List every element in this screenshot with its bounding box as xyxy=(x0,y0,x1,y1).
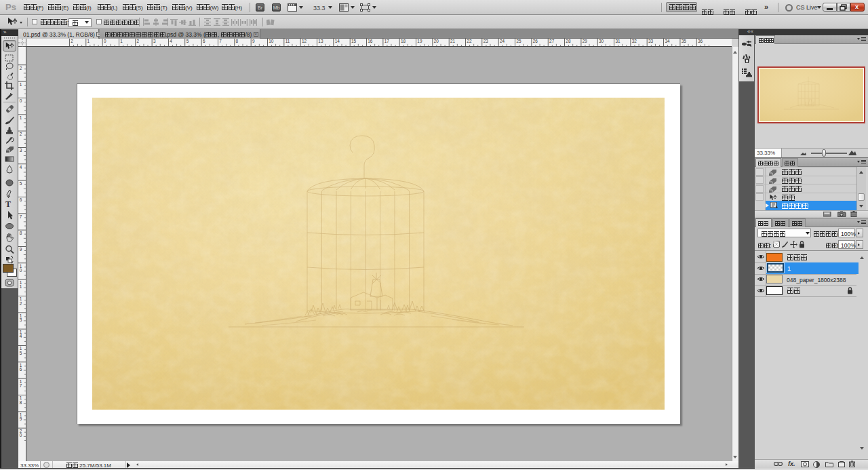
svg-text:27: 27 xyxy=(549,39,555,43)
svg-text:8: 8 xyxy=(236,39,239,43)
svg-text:29: 29 xyxy=(583,39,588,43)
svg-text:6: 6 xyxy=(20,367,22,372)
svg-text:6: 6 xyxy=(20,197,22,202)
svg-text:33: 33 xyxy=(648,39,654,43)
svg-text:36: 36 xyxy=(698,39,703,43)
svg-text:1: 1 xyxy=(87,39,90,43)
svg-text:2: 2 xyxy=(20,132,22,136)
svg-text:24: 24 xyxy=(500,39,505,43)
svg-text:35: 35 xyxy=(682,39,687,43)
svg-text:6: 6 xyxy=(203,39,205,43)
svg-text:14: 14 xyxy=(335,39,340,43)
svg-text:10: 10 xyxy=(269,39,274,43)
svg-text:28: 28 xyxy=(566,39,571,43)
svg-text:15: 15 xyxy=(351,39,357,43)
svg-text:2: 2 xyxy=(20,301,22,306)
svg-text:9: 9 xyxy=(20,247,22,252)
svg-text:3: 3 xyxy=(20,148,22,153)
svg-text:3: 3 xyxy=(153,39,156,43)
svg-text:9: 9 xyxy=(20,416,22,421)
svg-text:0: 0 xyxy=(20,98,22,103)
svg-text:19: 19 xyxy=(417,39,422,43)
svg-text:23: 23 xyxy=(484,39,489,43)
svg-text:2: 2 xyxy=(20,66,22,71)
svg-text:4: 4 xyxy=(20,165,22,170)
svg-text:1: 1 xyxy=(120,39,123,43)
svg-text:8: 8 xyxy=(20,231,22,235)
svg-text:4: 4 xyxy=(170,39,172,43)
svg-text:2: 2 xyxy=(71,39,73,43)
svg-text:30: 30 xyxy=(599,39,604,43)
svg-text:1: 1 xyxy=(20,115,22,120)
svg-text:1: 1 xyxy=(20,284,22,289)
svg-text:1: 1 xyxy=(20,82,22,87)
svg-text:7: 7 xyxy=(20,383,22,388)
svg-text:0: 0 xyxy=(20,433,22,437)
svg-text:25: 25 xyxy=(516,39,521,43)
svg-text:0: 0 xyxy=(20,268,22,273)
svg-text:13: 13 xyxy=(318,39,323,43)
svg-text:16: 16 xyxy=(368,39,373,43)
svg-text:8: 8 xyxy=(20,400,22,405)
svg-text:20: 20 xyxy=(434,39,439,43)
svg-text:31: 31 xyxy=(615,39,620,43)
svg-text:9: 9 xyxy=(252,39,255,43)
svg-text:7: 7 xyxy=(219,39,222,43)
svg-text:21: 21 xyxy=(450,39,456,43)
svg-text:4: 4 xyxy=(20,334,22,338)
svg-text:32: 32 xyxy=(632,39,637,43)
svg-text:7: 7 xyxy=(20,214,22,219)
svg-text:12: 12 xyxy=(302,39,307,43)
svg-text:17: 17 xyxy=(384,39,390,43)
svg-text:18: 18 xyxy=(401,39,406,43)
svg-text:5: 5 xyxy=(20,181,22,186)
svg-text:0: 0 xyxy=(104,39,106,43)
svg-text:34: 34 xyxy=(665,39,670,43)
svg-text:26: 26 xyxy=(533,39,538,43)
svg-text:5: 5 xyxy=(20,351,22,355)
svg-text:2: 2 xyxy=(137,39,140,43)
svg-text:5: 5 xyxy=(186,39,189,43)
svg-text:22: 22 xyxy=(467,39,472,43)
svg-text:11: 11 xyxy=(285,39,290,43)
svg-text:3: 3 xyxy=(20,317,22,322)
